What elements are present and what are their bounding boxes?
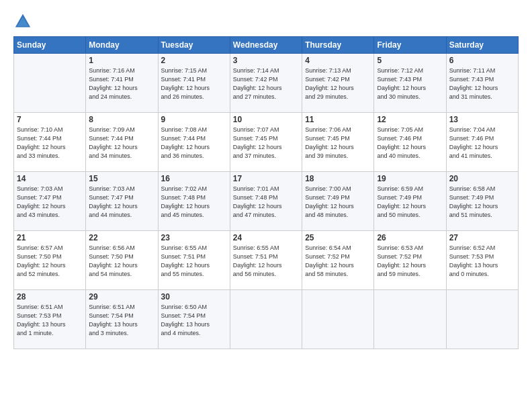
header [13,12,519,31]
day-number: 30 [161,292,227,302]
logo [13,12,35,31]
day-info: Sunrise: 6:59 AM Sunset: 7:49 PM Dayligh… [377,185,443,220]
day-cell: 17Sunrise: 7:01 AM Sunset: 7:48 PM Dayli… [230,172,302,231]
day-info: Sunrise: 6:51 AM Sunset: 7:54 PM Dayligh… [89,303,154,338]
day-cell [374,290,446,349]
day-cell: 18Sunrise: 7:00 AM Sunset: 7:49 PM Dayli… [302,172,374,231]
day-number: 27 [449,233,515,242]
day-cell: 19Sunrise: 6:59 AM Sunset: 7:49 PM Dayli… [374,172,446,231]
day-info: Sunrise: 7:16 AM Sunset: 7:41 PM Dayligh… [89,66,154,101]
day-info: Sunrise: 6:56 AM Sunset: 7:50 PM Dayligh… [89,244,154,279]
day-number: 12 [377,115,443,124]
day-number: 4 [305,56,371,65]
day-info: Sunrise: 7:10 AM Sunset: 7:44 PM Dayligh… [17,126,83,161]
day-info: Sunrise: 6:57 AM Sunset: 7:50 PM Dayligh… [17,244,83,279]
day-cell: 27Sunrise: 6:52 AM Sunset: 7:53 PM Dayli… [446,231,518,290]
day-cell: 10Sunrise: 7:07 AM Sunset: 7:45 PM Dayli… [230,113,302,172]
day-number: 22 [89,233,154,242]
header-cell-tuesday: Tuesday [158,37,230,54]
day-number: 14 [17,174,83,183]
day-number: 28 [17,292,83,302]
day-cell: 22Sunrise: 6:56 AM Sunset: 7:50 PM Dayli… [86,231,158,290]
day-info: Sunrise: 6:55 AM Sunset: 7:51 PM Dayligh… [233,244,299,279]
day-cell: 12Sunrise: 7:05 AM Sunset: 7:46 PM Dayli… [374,113,446,172]
day-info: Sunrise: 7:14 AM Sunset: 7:42 PM Dayligh… [233,66,299,101]
logo-icon [13,12,32,31]
day-number: 26 [377,233,443,242]
day-info: Sunrise: 7:08 AM Sunset: 7:44 PM Dayligh… [161,126,227,161]
day-info: Sunrise: 7:11 AM Sunset: 7:43 PM Dayligh… [449,66,515,101]
day-info: Sunrise: 7:02 AM Sunset: 7:48 PM Dayligh… [161,185,227,220]
header-cell-friday: Friday [374,37,446,54]
day-info: Sunrise: 7:13 AM Sunset: 7:42 PM Dayligh… [305,66,371,101]
day-cell: 8Sunrise: 7:09 AM Sunset: 7:44 PM Daylig… [86,113,158,172]
day-cell: 2Sunrise: 7:15 AM Sunset: 7:41 PM Daylig… [158,54,230,113]
day-info: Sunrise: 6:58 AM Sunset: 7:49 PM Dayligh… [449,185,515,220]
day-number: 29 [89,292,154,302]
day-info: Sunrise: 7:07 AM Sunset: 7:45 PM Dayligh… [233,126,299,161]
day-cell [446,290,518,349]
day-info: Sunrise: 7:15 AM Sunset: 7:41 PM Dayligh… [161,66,227,101]
day-info: Sunrise: 7:09 AM Sunset: 7:44 PM Dayligh… [89,126,154,161]
day-info: Sunrise: 7:01 AM Sunset: 7:48 PM Dayligh… [233,185,299,220]
day-cell: 9Sunrise: 7:08 AM Sunset: 7:44 PM Daylig… [158,113,230,172]
week-row-2: 14Sunrise: 7:03 AM Sunset: 7:47 PM Dayli… [14,172,519,231]
day-info: Sunrise: 7:06 AM Sunset: 7:45 PM Dayligh… [305,126,371,161]
day-info: Sunrise: 6:54 AM Sunset: 7:52 PM Dayligh… [305,244,371,279]
day-number: 15 [89,174,154,183]
week-row-4: 28Sunrise: 6:51 AM Sunset: 7:53 PM Dayli… [14,290,519,349]
day-number: 9 [161,115,227,124]
header-row: SundayMondayTuesdayWednesdayThursdayFrid… [14,37,519,54]
day-number: 21 [17,233,83,242]
day-number: 6 [449,56,515,65]
day-cell: 1Sunrise: 7:16 AM Sunset: 7:41 PM Daylig… [86,54,158,113]
header-cell-saturday: Saturday [446,37,518,54]
day-number: 23 [161,233,227,242]
day-cell: 16Sunrise: 7:02 AM Sunset: 7:48 PM Dayli… [158,172,230,231]
day-number: 19 [377,174,443,183]
day-cell [302,290,374,349]
week-row-1: 7Sunrise: 7:10 AM Sunset: 7:44 PM Daylig… [14,113,519,172]
day-cell: 20Sunrise: 6:58 AM Sunset: 7:49 PM Dayli… [446,172,518,231]
header-cell-monday: Monday [86,37,158,54]
day-info: Sunrise: 6:50 AM Sunset: 7:54 PM Dayligh… [161,303,227,338]
day-cell [230,290,302,349]
day-number: 20 [449,174,515,183]
day-number: 1 [89,56,154,65]
day-cell: 15Sunrise: 7:03 AM Sunset: 7:47 PM Dayli… [86,172,158,231]
day-number: 18 [305,174,371,183]
day-info: Sunrise: 7:03 AM Sunset: 7:47 PM Dayligh… [89,185,154,220]
header-cell-sunday: Sunday [14,37,86,54]
day-info: Sunrise: 6:52 AM Sunset: 7:53 PM Dayligh… [449,244,515,279]
day-cell: 30Sunrise: 6:50 AM Sunset: 7:54 PM Dayli… [158,290,230,349]
day-number: 7 [17,115,83,124]
day-cell: 28Sunrise: 6:51 AM Sunset: 7:53 PM Dayli… [14,290,86,349]
week-row-0: 1Sunrise: 7:16 AM Sunset: 7:41 PM Daylig… [14,54,519,113]
day-info: Sunrise: 6:53 AM Sunset: 7:52 PM Dayligh… [377,244,443,279]
week-row-3: 21Sunrise: 6:57 AM Sunset: 7:50 PM Dayli… [14,231,519,290]
calendar-header: SundayMondayTuesdayWednesdayThursdayFrid… [14,37,519,54]
day-info: Sunrise: 6:51 AM Sunset: 7:53 PM Dayligh… [17,303,83,338]
header-cell-thursday: Thursday [302,37,374,54]
day-cell: 11Sunrise: 7:06 AM Sunset: 7:45 PM Dayli… [302,113,374,172]
day-info: Sunrise: 6:55 AM Sunset: 7:51 PM Dayligh… [161,244,227,279]
day-number: 10 [233,115,299,124]
day-info: Sunrise: 7:04 AM Sunset: 7:46 PM Dayligh… [449,126,515,161]
day-cell: 21Sunrise: 6:57 AM Sunset: 7:50 PM Dayli… [14,231,86,290]
day-cell: 6Sunrise: 7:11 AM Sunset: 7:43 PM Daylig… [446,54,518,113]
day-number: 13 [449,115,515,124]
page: SundayMondayTuesdayWednesdayThursdayFrid… [0,0,532,411]
day-info: Sunrise: 7:03 AM Sunset: 7:47 PM Dayligh… [17,185,83,220]
day-number: 25 [305,233,371,242]
day-cell: 29Sunrise: 6:51 AM Sunset: 7:54 PM Dayli… [86,290,158,349]
day-number: 17 [233,174,299,183]
calendar-table: SundayMondayTuesdayWednesdayThursdayFrid… [13,36,519,349]
day-info: Sunrise: 7:00 AM Sunset: 7:49 PM Dayligh… [305,185,371,220]
day-cell: 5Sunrise: 7:12 AM Sunset: 7:43 PM Daylig… [374,54,446,113]
day-number: 5 [377,56,443,65]
day-number: 2 [161,56,227,65]
day-cell [14,54,86,113]
day-cell: 26Sunrise: 6:53 AM Sunset: 7:52 PM Dayli… [374,231,446,290]
day-cell: 24Sunrise: 6:55 AM Sunset: 7:51 PM Dayli… [230,231,302,290]
day-cell: 4Sunrise: 7:13 AM Sunset: 7:42 PM Daylig… [302,54,374,113]
